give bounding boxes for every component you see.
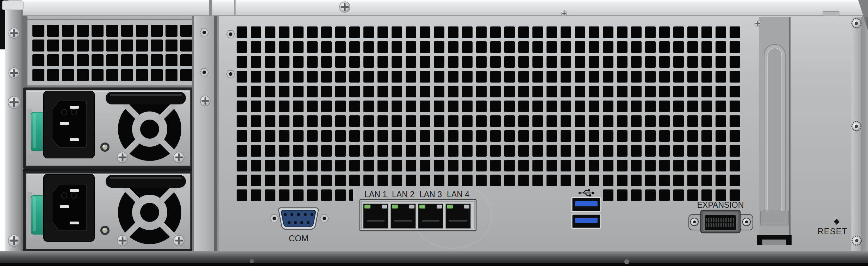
hex-standoff-icon: [200, 29, 208, 36]
screw-icon: [8, 96, 20, 109]
hex-post-icon: [270, 215, 279, 222]
screw-icon: [9, 68, 19, 78]
lan-port-3: [418, 204, 443, 228]
lan-led-green: [364, 205, 370, 208]
lan-label-2: LAN 2: [392, 190, 414, 199]
screw-icon: [561, 11, 567, 17]
center-trim-strip: [192, 16, 217, 252]
expansion-label: EXPANSION: [697, 200, 744, 210]
hex-standoff-icon: [200, 69, 208, 76]
psu-1: [23, 87, 193, 169]
reset-label: RESET: [817, 226, 847, 236]
lan-label-3: LAN 3: [419, 190, 442, 199]
lan-port-2: [391, 204, 416, 228]
lan-port-4: [446, 204, 470, 228]
handle-cutout: [757, 235, 792, 245]
rear-panel-svg: COM LAN 1 LAN 2 LAN 3 LAN 4: [0, 0, 868, 266]
com-label: COM: [289, 234, 308, 243]
psu-cage: [22, 16, 217, 252]
thumbscrew-icon: [852, 236, 861, 245]
nas-rear-panel-photo: COM LAN 1 LAN 2 LAN 3 LAN 4: [0, 0, 868, 266]
usb-port-2: [572, 214, 601, 228]
hex-standoff-icon: [226, 71, 235, 78]
screw-icon: [755, 20, 761, 26]
rack-ear-left: [0, 0, 23, 263]
lid-tab: [823, 11, 839, 16]
rail-screw-icon: [250, 259, 254, 263]
main-panel: COM LAN 1 LAN 2 LAN 3 LAN 4: [216, 16, 868, 259]
screw-icon: [200, 96, 211, 106]
rail-screw-icon: [624, 259, 629, 264]
lan-label-1: LAN 1: [364, 190, 387, 199]
expansion-slot-cover: [755, 17, 792, 245]
lan-led-gray: [382, 205, 387, 208]
hex-post-icon: [320, 215, 329, 222]
usb-port-1: [572, 198, 601, 212]
hex-standoff-icon: [226, 31, 235, 38]
thumbscrew-icon: [852, 19, 861, 28]
main-vent-grille: [237, 26, 740, 201]
thumbscrew-icon: [852, 122, 861, 131]
lan-port-1: [363, 204, 388, 228]
expansion-port: EXPANSION: [689, 200, 753, 233]
vent-grille-left: [27, 19, 194, 87]
screw-icon: [8, 235, 20, 247]
screw-icon: [339, 2, 350, 12]
ear-tab: [2, 1, 23, 10]
lan-label-4: LAN 4: [447, 190, 469, 199]
bottom-rail: [0, 251, 868, 266]
screw-icon: [9, 28, 19, 38]
psu-2: [23, 171, 193, 252]
